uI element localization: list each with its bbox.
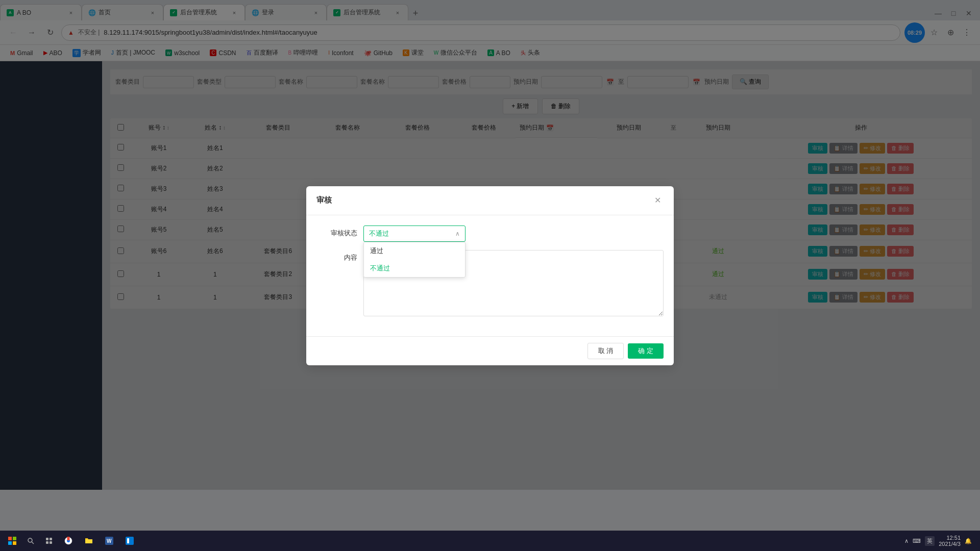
svg-point-4 [28, 538, 32, 542]
status-dropdown: 通过 不通过 [363, 242, 465, 278]
explorer-icon [85, 537, 93, 545]
status-select-value: 不通过 [369, 229, 389, 238]
svg-rect-1 [13, 537, 16, 540]
content-label: 内容 [316, 250, 357, 262]
status-select: 不通过 ∧ 通过 不通过 [363, 226, 465, 242]
modal-footer: 取 消 确 定 [306, 336, 674, 365]
search-icon [27, 537, 34, 544]
svg-rect-3 [13, 541, 16, 545]
status-select-trigger[interactable]: 不通过 ∧ [363, 226, 465, 242]
svg-rect-15 [127, 538, 129, 543]
chrome-icon [64, 537, 72, 545]
option-fail[interactable]: 不通过 [364, 260, 465, 277]
svg-rect-9 [50, 541, 52, 544]
svg-text:W: W [107, 538, 112, 544]
svg-rect-6 [46, 538, 48, 540]
svg-rect-14 [126, 537, 134, 545]
app-wrapper: 套餐类目 套餐类型 套餐名称 套餐名称 套餐价格 预约日期 📅 至 📅 [0, 61, 980, 490]
tray-lang-indicator[interactable]: 英 [925, 536, 935, 546]
svg-rect-7 [50, 538, 52, 540]
start-button[interactable] [4, 533, 20, 549]
taskbar-clock[interactable]: 12:51 2021/4/3 [939, 535, 961, 547]
svg-line-5 [32, 542, 34, 544]
svg-rect-8 [46, 541, 48, 544]
svg-rect-2 [8, 541, 12, 545]
word-icon: W [105, 537, 113, 545]
search-button[interactable] [22, 533, 39, 549]
task-view-icon [45, 537, 53, 544]
modal-header: 审核 ✕ [306, 186, 674, 215]
tray-keyboard-icon: ⌨ [913, 538, 921, 544]
modal-body: 审核状态 不通过 ∧ 通过 不通过 [306, 215, 674, 336]
taskbar-date: 2021/4/3 [939, 541, 961, 547]
task-view-button[interactable] [41, 533, 57, 549]
tray-arrow-icon[interactable]: ∧ [904, 538, 909, 544]
modal-title: 审核 [316, 195, 332, 205]
taskbar-chrome-app[interactable] [59, 532, 78, 550]
taskbar-misc-app[interactable] [120, 532, 139, 550]
misc-icon [126, 537, 134, 545]
svg-rect-0 [8, 537, 12, 540]
dropdown-arrow-icon: ∧ [455, 230, 460, 237]
taskbar-word-app[interactable]: W [100, 532, 118, 550]
taskbar-explorer-app[interactable] [80, 532, 98, 550]
modal-close-button[interactable]: ✕ [651, 194, 664, 207]
status-control: 不通过 ∧ 通过 不通过 [363, 226, 664, 242]
windows-logo-icon [8, 537, 16, 545]
confirm-button[interactable]: 确 定 [628, 343, 664, 359]
status-label: 审核状态 [316, 226, 357, 238]
taskbar-time: 12:51 [946, 535, 961, 541]
option-pass[interactable]: 通过 [364, 242, 465, 260]
status-form-row: 审核状态 不通过 ∧ 通过 不通过 [316, 226, 664, 242]
notification-icon[interactable]: 🔔 [965, 538, 972, 544]
taskbar: W ∧ ⌨ 英 12:51 2021/4/3 🔔 [0, 531, 980, 551]
modal-overlay: 审核 ✕ 审核状态 不通过 ∧ [0, 0, 980, 551]
taskbar-tray: ∧ ⌨ 英 12:51 2021/4/3 🔔 [900, 535, 976, 547]
audit-modal: 审核 ✕ 审核状态 不通过 ∧ [306, 186, 674, 365]
cancel-button[interactable]: 取 消 [587, 343, 624, 359]
